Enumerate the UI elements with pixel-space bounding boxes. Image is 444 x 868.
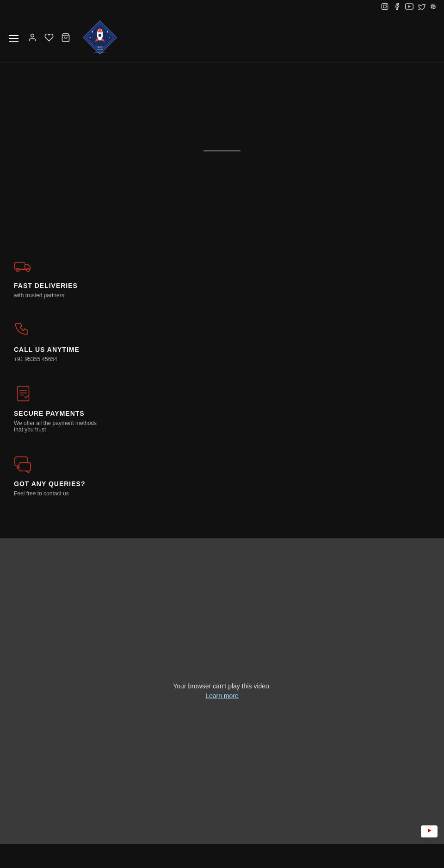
youtube-icon[interactable] <box>405 3 413 11</box>
svg-text:www.havochobby.in: www.havochobby.in <box>94 51 106 53</box>
feature-title-secure-payments: SECURE PAYMENTS <box>14 410 430 417</box>
svg-marker-4 <box>408 5 411 8</box>
svg-rect-27 <box>17 387 29 401</box>
truck-icon <box>14 258 32 275</box>
svg-rect-23 <box>15 262 25 269</box>
instagram-icon[interactable] <box>381 3 388 12</box>
svg-point-1 <box>383 5 387 8</box>
cart-icon[interactable] <box>61 33 70 44</box>
top-bar <box>0 0 444 14</box>
feature-fast-deliveries: FAST DELIVERIES with trusted partners <box>14 258 430 299</box>
document-icon <box>14 386 32 402</box>
video-message: Your browser can't play this video. Lear… <box>173 682 271 700</box>
hero-divider <box>204 150 240 151</box>
facebook-icon[interactable] <box>393 3 401 12</box>
learn-more-link[interactable]: Learn more <box>205 692 239 699</box>
svg-rect-32 <box>19 462 31 471</box>
feature-queries: GOT ANY QUERIES? Feel free to contact us <box>14 456 430 497</box>
feature-title-fast-deliveries: FAST DELIVERIES <box>14 282 430 289</box>
wishlist-icon[interactable] <box>44 33 54 44</box>
video-section: Your browser can't play this video. Lear… <box>0 538 444 844</box>
feature-title-call-us: CALL US ANYTIME <box>14 346 430 353</box>
logo-svg: HAVOC HOBBY www.havochobby.in ✦ ✦ <box>81 19 118 56</box>
svg-text:HOBBY: HOBBY <box>97 48 103 50</box>
feature-title-queries: GOT ANY QUERIES? <box>14 480 430 487</box>
hamburger-menu[interactable] <box>9 35 18 42</box>
feature-subtitle-secure-payments: We offer all the payment methods that yo… <box>14 420 430 433</box>
youtube-button[interactable] <box>421 825 438 837</box>
pinterest-icon[interactable] <box>430 3 437 12</box>
svg-point-14 <box>92 31 93 32</box>
hero-section <box>0 63 444 239</box>
svg-rect-0 <box>382 3 388 9</box>
feature-secure-payments: SECURE PAYMENTS We offer all the payment… <box>14 386 430 433</box>
chat-icon <box>14 456 32 473</box>
feature-subtitle-call-us: +91 95355 45654 <box>14 356 430 362</box>
logo[interactable]: HAVOC HOBBY www.havochobby.in ✦ ✦ <box>81 19 118 58</box>
youtube-play-icon <box>425 827 434 834</box>
features-section: FAST DELIVERIES with trusted partners CA… <box>0 239 444 538</box>
feature-call-us: CALL US ANYTIME +91 95355 45654 <box>14 322 430 362</box>
header: HAVOC HOBBY www.havochobby.in ✦ ✦ <box>0 14 444 63</box>
svg-point-15 <box>107 31 108 32</box>
svg-point-2 <box>386 5 387 6</box>
header-icons <box>28 33 70 44</box>
phone-icon <box>14 322 32 338</box>
svg-point-16 <box>90 37 91 38</box>
video-unsupported-text: Your browser can't play this video. <box>173 682 271 690</box>
svg-point-5 <box>31 34 34 37</box>
svg-point-13 <box>99 34 101 37</box>
twitter-icon[interactable] <box>418 3 426 11</box>
user-icon[interactable] <box>28 33 37 44</box>
feature-subtitle-queries: Feel free to contact us <box>14 490 430 497</box>
feature-subtitle-fast-deliveries: with trusted partners <box>14 292 430 299</box>
